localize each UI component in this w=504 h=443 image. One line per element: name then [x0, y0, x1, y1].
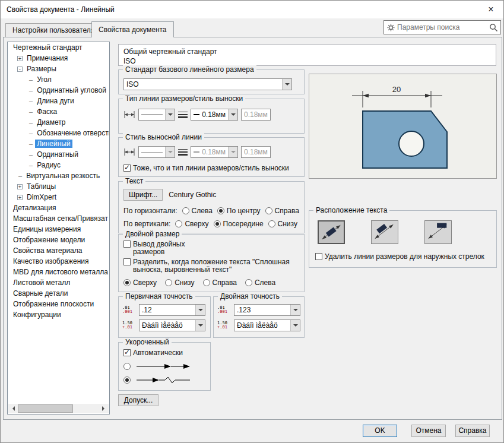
tree-expand-icon[interactable]: -	[17, 67, 23, 72]
tree-expand-icon[interactable]: +	[17, 56, 23, 61]
help-button[interactable]: Справка	[455, 425, 490, 437]
chevron-down-icon[interactable]	[290, 305, 300, 315]
chevron-down-icon[interactable]	[228, 147, 237, 157]
tree-item[interactable]: – Радиус	[8, 160, 109, 170]
tree-item[interactable]: – Длина дуги	[8, 96, 109, 106]
tree-item[interactable]: – Диаметр	[8, 117, 109, 128]
chevron-down-icon[interactable]	[165, 147, 175, 157]
tree-expand-icon[interactable]: –	[29, 151, 33, 158]
show-dual-dimensions-checkbox[interactable]: Вывод двойных размеров	[123, 241, 204, 256]
automatic-checkbox[interactable]: Автоматически	[123, 349, 183, 357]
chevron-down-icon[interactable]	[195, 320, 205, 331]
radio-vertical-bottom[interactable]: Снизу	[268, 220, 297, 228]
radio-horizontal-right[interactable]: Справа	[265, 207, 299, 215]
chevron-down-icon[interactable]	[282, 79, 291, 90]
scrollbar-track[interactable]	[18, 404, 99, 413]
radio-vertical-middle[interactable]: Посередине	[214, 220, 264, 228]
tree-item[interactable]: – Ординатный	[8, 149, 109, 160]
tree-item[interactable]: + Примечания	[8, 53, 109, 64]
tree-item[interactable]: – Линейный	[8, 138, 109, 149]
font-button[interactable]: Шрифт...	[123, 189, 163, 201]
dimension-line-type-select[interactable]	[138, 109, 175, 121]
dual-tolerance-precision-select[interactable]: Ðàáîì ìåëàåö	[234, 319, 300, 331]
tree-expand-icon[interactable]: –	[29, 87, 33, 94]
tree-expand-icon[interactable]: +	[17, 195, 23, 200]
tree-expand-icon[interactable]: –	[29, 129, 33, 137]
radio-dual-right[interactable]: Справа	[203, 279, 237, 287]
tree-item[interactable]: – Фаска	[8, 106, 109, 117]
radio-icon	[165, 279, 172, 286]
radio-horizontal-center[interactable]: По центру	[217, 207, 261, 215]
tree-item[interactable]: + Таблицы	[8, 181, 109, 192]
tree-item[interactable]: Свойства материала	[8, 245, 109, 256]
tree-item[interactable]: + DimXpert	[8, 192, 109, 202]
tree-item[interactable]: Масштабная сетка/Привязат	[8, 213, 109, 224]
chevron-down-icon[interactable]	[228, 109, 237, 120]
tree-item[interactable]: Отображение плоскости	[8, 299, 109, 309]
tree-horizontal-scrollbar[interactable]	[8, 404, 109, 413]
tree-item[interactable]: MBD для листового металла	[8, 267, 109, 277]
text-position-option-above[interactable]	[371, 220, 398, 244]
chevron-down-icon[interactable]	[195, 305, 205, 315]
tolerance-button[interactable]: Допуск...	[118, 394, 159, 406]
extension-line-type-select[interactable]	[138, 146, 175, 158]
primary-precision-select[interactable]: .12	[139, 304, 205, 316]
custom-thickness-input[interactable]	[241, 109, 271, 121]
tree-item[interactable]: – Обозначение отверсти	[8, 128, 109, 138]
tree-item[interactable]: – Виртуальная резкость	[8, 170, 109, 181]
tree-item[interactable]: Отображение модели	[8, 235, 109, 245]
custom-thickness-input[interactable]	[241, 146, 271, 158]
scroll-left-icon[interactable]	[8, 404, 18, 413]
chevron-down-icon[interactable]	[290, 320, 300, 331]
base-standard-select[interactable]: ISO	[123, 78, 292, 90]
radio-straight-style[interactable]	[123, 363, 131, 370]
cancel-button[interactable]: Отмена	[411, 425, 446, 437]
radio-zigzag-style[interactable]	[123, 376, 131, 384]
tree-item[interactable]: Детализация	[8, 202, 109, 213]
radio-icon	[175, 220, 182, 227]
tree-expand-icon[interactable]: –	[29, 108, 33, 115]
tree-item[interactable]: – Ординатный угловой	[8, 85, 109, 96]
same-as-dimension-line-checkbox[interactable]: Тоже, что и тип линии размеров/стиль вын…	[123, 164, 289, 172]
tab-user-settings[interactable]: Настройки пользователя	[5, 23, 102, 37]
radio-dual-top[interactable]: Сверху	[123, 279, 157, 287]
dual-precision-select[interactable]: .123	[234, 304, 300, 316]
split-dual-dimensions-checkbox[interactable]: Разделить, когда положение текста "Сплош…	[123, 258, 299, 274]
tree-item[interactable]: Чертежный стандарт	[8, 42, 109, 53]
tab-document-properties[interactable]: Свойства документа	[91, 21, 174, 37]
text-position-option-aligned[interactable]	[318, 220, 345, 244]
tree-item[interactable]: Конфигурации	[8, 309, 109, 320]
tree-item[interactable]: – Угол	[8, 74, 109, 85]
tree-item[interactable]: Сварные детали	[8, 288, 109, 299]
ok-button[interactable]: OK	[363, 425, 397, 437]
document-properties-dialog: Свойства документа - Линейный × Настройк…	[0, 0, 504, 443]
tree-item[interactable]: Листовой металл	[8, 277, 109, 288]
tree-item-label: Обозначение отверсти	[35, 129, 110, 137]
tree-expand-icon[interactable]: –	[29, 97, 33, 105]
radio-horizontal-left[interactable]: Слева	[182, 207, 213, 215]
tree-expand-icon[interactable]: –	[29, 119, 33, 126]
scroll-right-icon[interactable]	[99, 404, 109, 413]
chevron-down-icon[interactable]	[165, 109, 175, 120]
tree-item[interactable]: - Размеры	[8, 64, 109, 74]
tree-expand-icon[interactable]: +	[17, 184, 23, 189]
tree-item[interactable]: Качество изображения	[8, 256, 109, 267]
radio-dual-bottom[interactable]: Снизу	[165, 279, 194, 287]
dimension-line-thickness-select[interactable]: 0.18мм	[191, 109, 238, 121]
tree-expand-icon[interactable]: –	[18, 172, 22, 179]
radio-dual-left[interactable]: Слева	[245, 279, 275, 287]
extension-line-thickness-select[interactable]: 0.18мм	[191, 146, 238, 158]
radio-vertical-top[interactable]: Сверху	[175, 220, 208, 228]
tree-expand-icon[interactable]: –	[29, 76, 33, 83]
tree-item[interactable]: Единицы измерения	[8, 224, 109, 235]
primary-tolerance-precision-select[interactable]: Ðàáîì ìåëàåö	[139, 319, 205, 331]
tree-expand-icon[interactable]: –	[29, 162, 33, 169]
scrollbar-thumb[interactable]	[18, 404, 73, 413]
text-position-option-horizontal[interactable]	[424, 220, 452, 244]
search-box[interactable]	[383, 20, 501, 34]
tree-expand-icon[interactable]: –	[29, 140, 33, 147]
remove-dimension-lines-checkbox[interactable]: Удалить линии размеров для наружных стре…	[315, 252, 484, 261]
search-input[interactable]	[397, 23, 487, 31]
close-icon[interactable]: ×	[484, 3, 497, 16]
search-icon[interactable]	[489, 23, 498, 32]
